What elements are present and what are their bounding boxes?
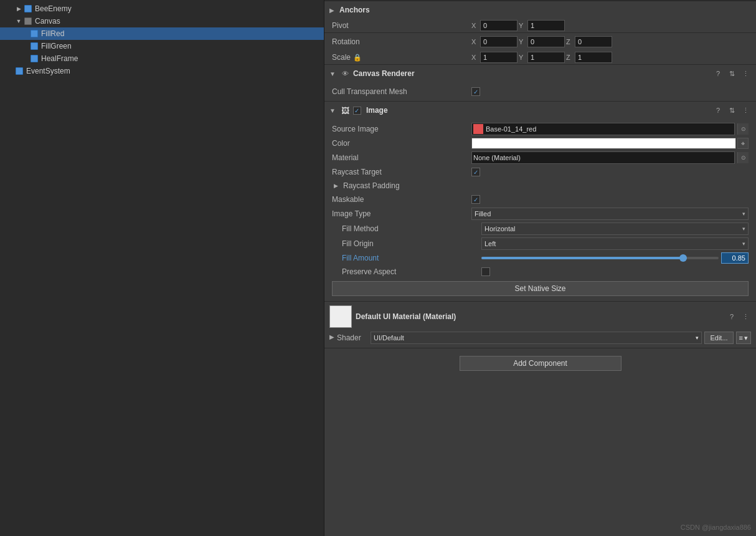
shader-list-button[interactable]: ≡ ▾: [736, 332, 751, 344]
fill-method-value: Horizontal ▾: [481, 223, 749, 235]
inspector-panel: ▶ Anchors Pivot X Y Rotation X Y Z: [324, 0, 756, 536]
image-type-value: Filled ▾: [471, 208, 749, 220]
scale-y-label: Y: [519, 54, 526, 61]
tree-arrow: ▶: [15, 5, 22, 12]
scale-x-input[interactable]: [480, 52, 517, 63]
cube-icon: [30, 54, 39, 63]
anchors-header: ▶ Anchors: [324, 1, 756, 19]
color-swatch[interactable]: [471, 138, 736, 149]
rotation-z-label: Z: [566, 38, 574, 45]
tree-label: BeeEnemy: [35, 4, 72, 13]
raycast-padding-row[interactable]: ▶ Raycast Padding: [324, 179, 756, 193]
fill-amount-slider-wrapper: [481, 252, 749, 264]
preserve-aspect-checkbox[interactable]: [481, 267, 490, 276]
material-info: Default UI Material (Material): [356, 312, 722, 321]
image-body: Source Image Base-01_14_red ⊙ Color ⌖: [324, 119, 756, 301]
image-section: ▼ 🖼 Image ? ⇅ ⋮ Source Image Base-01_14_…: [324, 102, 756, 302]
fill-amount-track[interactable]: [481, 257, 719, 259]
eyedropper-icon[interactable]: ⌖: [737, 138, 749, 149]
cull-transparent-row: Cull Transparent Mesh: [324, 85, 756, 98]
pivot-y-input[interactable]: [527, 20, 565, 31]
cull-transparent-label: Cull Transparent Mesh: [332, 87, 469, 96]
image-type-text: Filled: [475, 210, 491, 218]
canvas-renderer-collapse[interactable]: ▼: [329, 70, 336, 77]
tree-item-canvas[interactable]: ▼ Canvas: [0, 15, 324, 27]
rotation-y-input[interactable]: [527, 36, 565, 47]
tree-label: HealFrame: [41, 54, 78, 63]
fill-amount-input[interactable]: [721, 252, 749, 264]
image-settings-icon[interactable]: ⇅: [726, 105, 737, 116]
default-material-section: Default UI Material (Material) ? ⋮ ▶ Sha…: [324, 302, 756, 348]
rotation-z-input[interactable]: [575, 36, 612, 47]
pivot-value: X Y: [471, 20, 749, 31]
tree-item-fill-green[interactable]: FillGreen: [0, 40, 324, 52]
scale-x-label: X: [471, 54, 479, 61]
image-type-dropdown[interactable]: Filled ▾: [471, 208, 749, 220]
scale-z-input[interactable]: [575, 52, 612, 63]
material-help-icon[interactable]: ?: [726, 311, 737, 322]
image-title: Image: [366, 106, 710, 115]
set-native-size-button[interactable]: Set Native Size: [332, 281, 749, 296]
image-help-icon[interactable]: ?: [712, 105, 724, 116]
anchors-title: Anchors: [339, 6, 751, 14]
shader-edit-button[interactable]: Edit...: [704, 332, 733, 344]
canvas-icon: [24, 17, 32, 26]
canvas-renderer-header: ▼ 👁 Canvas Renderer ? ⇅ ⋮: [324, 65, 756, 82]
rotation-label: Rotation: [332, 37, 469, 46]
shader-value: UI/Default: [374, 334, 404, 342]
fill-method-arrow: ▾: [742, 226, 745, 232]
scale-row: Scale 🔒 X Y Z: [324, 50, 756, 64]
scale-y-input[interactable]: [527, 52, 565, 63]
scale-lock-icon[interactable]: 🔒: [353, 54, 362, 62]
material-overflow-icon[interactable]: ⋮: [740, 311, 751, 322]
cull-transparent-checkbox[interactable]: [471, 87, 480, 96]
image-enabled-checkbox[interactable]: [353, 107, 361, 115]
source-image-label: Source Image: [332, 125, 469, 133]
tree-label: EventSystem: [26, 67, 70, 75]
source-image-picker[interactable]: ⊙: [737, 123, 749, 135]
pivot-x-input[interactable]: [480, 20, 517, 31]
image-header: ▼ 🖼 Image ? ⇅ ⋮: [324, 102, 756, 119]
source-image-icon: [473, 124, 483, 134]
tree-item-fill-red[interactable]: FillRed: [0, 27, 324, 40]
fill-amount-thumb[interactable]: [679, 254, 687, 262]
material-expand-row: ▶ Shader UI/Default ▾ Edit... ≡ ▾: [329, 328, 751, 344]
material-picker[interactable]: ⊙: [737, 152, 749, 163]
tree-item-heal-frame[interactable]: HealFrame: [0, 52, 324, 65]
add-component-button[interactable]: Add Component: [460, 356, 621, 371]
shader-label: Shader: [337, 333, 368, 342]
eye-icon: 👁: [341, 69, 351, 79]
material-expand-arrow[interactable]: ▶: [329, 333, 334, 340]
overflow-icon[interactable]: ⋮: [740, 68, 751, 79]
hierarchy-panel: ▶ BeeEnemy ▼ Canvas FillRed FillGreen He…: [0, 0, 324, 536]
tree-item-event-system[interactable]: EventSystem: [0, 65, 324, 77]
anchors-section: ▶ Anchors Pivot X Y: [324, 0, 756, 33]
tree-item-bee-enemy[interactable]: ▶ BeeEnemy: [0, 2, 324, 15]
fill-origin-text: Left: [484, 240, 496, 247]
settings-icon[interactable]: ⇅: [726, 68, 737, 79]
cube-icon: [15, 67, 24, 75]
source-image-field[interactable]: Base-01_14_red: [471, 123, 735, 135]
help-icon[interactable]: ?: [712, 68, 724, 79]
shader-dropdown[interactable]: UI/Default ▾: [371, 332, 702, 344]
raycast-target-value: [471, 168, 749, 176]
raycast-target-checkbox[interactable]: [471, 168, 480, 176]
fill-origin-dropdown[interactable]: Left ▾: [481, 237, 749, 250]
canvas-renderer-title: Canvas Renderer: [353, 69, 710, 78]
image-overflow-icon[interactable]: ⋮: [740, 105, 751, 116]
fill-method-dropdown[interactable]: Horizontal ▾: [481, 223, 749, 235]
list-arrow: ▾: [744, 334, 748, 342]
cube-icon: [30, 42, 39, 50]
rotation-x-input[interactable]: [480, 36, 517, 47]
rotation-x-label: X: [471, 38, 479, 45]
shader-row: Shader UI/Default ▾ Edit... ≡ ▾: [337, 332, 751, 344]
image-collapse[interactable]: ▼: [329, 107, 336, 114]
watermark: CSDN @jiangdaxia886: [681, 524, 751, 531]
rotation-values: X Y Z: [471, 36, 749, 47]
pivot-row: Pivot X Y: [324, 19, 756, 32]
maskable-checkbox[interactable]: [471, 195, 480, 204]
image-component-icon: 🖼: [341, 105, 351, 115]
source-image-value: Base-01_14_red ⊙: [471, 123, 749, 135]
cull-transparent-value: [471, 87, 749, 96]
anchors-collapse-arrow[interactable]: ▶: [329, 7, 334, 14]
